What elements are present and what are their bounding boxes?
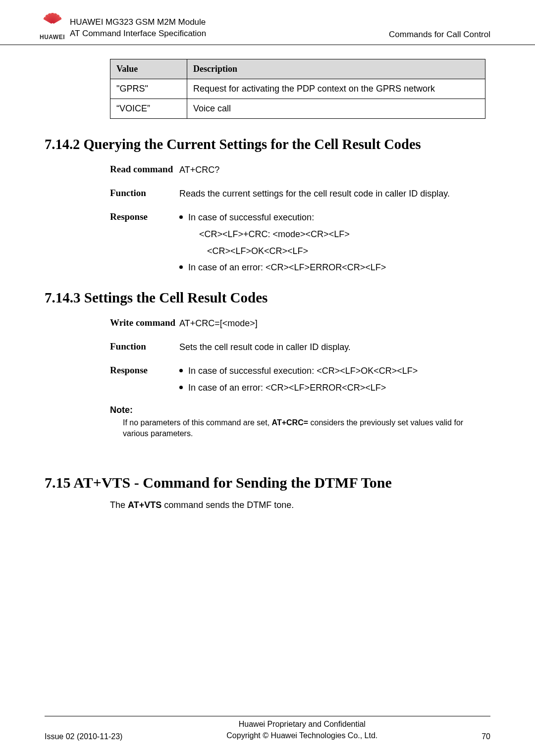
doc-title-line2: AT Command Interface Specification [70, 28, 206, 40]
def-row-response: Response In case of successful execution… [110, 211, 490, 275]
value-function: Sets the cell result code in caller ID d… [179, 341, 490, 354]
def-row-function: Function Reads the current settings for … [110, 187, 490, 201]
page-footer: Issue 02 (2010-11-23) Huawei Proprietary… [0, 719, 535, 741]
header-titles: HUAWEI MG323 GSM M2M Module AT Command I… [70, 17, 206, 40]
note-prefix: If no parameters of this command are set… [123, 418, 272, 427]
note-text: If no parameters of this command are set… [123, 417, 489, 440]
value-response: In case of successful execution: <CR><LF… [179, 364, 490, 395]
header-left: HUAWEI HUAWEI MG323 GSM M2M Module AT Co… [40, 13, 206, 41]
value-response: In case of successful execution: <CR><LF… [179, 211, 490, 275]
huawei-logo: HUAWEI [40, 13, 65, 41]
cell-value: "GPRS" [110, 79, 187, 99]
footer-left: Issue 02 (2010-11-23) [45, 732, 122, 741]
heading-7-14-2: 7.14.2 Querying the Current Settings for… [45, 137, 490, 152]
huawei-logo-icon [42, 13, 63, 33]
col-header-value: Value [110, 59, 187, 79]
body-bold: AT+VTS [128, 500, 161, 510]
label-response: Response [110, 364, 179, 377]
col-header-description: Description [187, 59, 485, 79]
heading-7-15: 7.15 AT+VTS - Command for Sending the DT… [45, 474, 490, 491]
response-line: <CR><LF>OK<CR><LF> [179, 245, 490, 258]
label-read-command: Read command [110, 163, 179, 176]
label-response: Response [110, 211, 179, 223]
response-bullet: In case of successful execution: [179, 211, 490, 225]
cell-description: Voice call [187, 99, 485, 119]
value-write-command: AT+CRC=[<mode>] [179, 317, 490, 331]
note-bold: AT+CRC= [272, 418, 309, 427]
cell-description: Request for activating the PDP context o… [187, 79, 485, 99]
footer-rule [45, 716, 490, 716]
value-function: Reads the current settings for the cell … [179, 187, 490, 201]
body-suffix: command sends the DTMF tone. [161, 500, 294, 510]
section-context: Commands for Call Control [389, 30, 490, 40]
page-content: Value Description "GPRS" Request for act… [0, 54, 535, 510]
logo-label: HUAWEI [40, 34, 65, 41]
page-header: HUAWEI HUAWEI MG323 GSM M2M Module AT Co… [0, 0, 535, 45]
doc-title-line1: HUAWEI MG323 GSM M2M Module [70, 17, 206, 28]
footer-page-number: 70 [482, 732, 490, 741]
response-bullet: In case of an error: <CR><LF>ERROR<CR><L… [179, 261, 490, 275]
body-prefix: The [110, 500, 128, 510]
section-7-15-body: The AT+VTS command sends the DTMF tone. [110, 500, 490, 510]
footer-center-line2: Copyright © Huawei Technologies Co., Ltd… [122, 730, 482, 741]
note-label: Note: [110, 405, 490, 415]
response-bullet: In case of an error: <CR><LF>ERROR<CR><L… [179, 381, 490, 395]
label-function: Function [110, 341, 179, 353]
note-block: Note: If no parameters of this command a… [110, 405, 490, 440]
def-row-response: Response In case of successful execution… [110, 364, 490, 395]
footer-center-line1: Huawei Proprietary and Confidential [122, 719, 482, 730]
footer-center: Huawei Proprietary and Confidential Copy… [122, 719, 482, 741]
label-function: Function [110, 187, 179, 200]
table-header-row: Value Description [110, 59, 485, 79]
def-row-function: Function Sets the cell result code in ca… [110, 341, 490, 354]
def-row-write: Write command AT+CRC=[<mode>] [110, 317, 490, 331]
response-bullet: In case of successful execution: <CR><LF… [179, 364, 490, 378]
heading-7-14-3: 7.14.3 Settings the Cell Result Codes [45, 290, 490, 306]
table-row: "GPRS" Request for activating the PDP co… [110, 79, 485, 99]
value-description-table: Value Description "GPRS" Request for act… [110, 59, 485, 119]
cell-value: “VOICE” [110, 99, 187, 119]
value-read-command: AT+CRC? [179, 163, 490, 177]
label-write-command: Write command [110, 317, 179, 329]
response-line: <CR><LF>+CRC: <mode><CR><LF> [179, 228, 490, 242]
table-row: “VOICE” Voice call [110, 99, 485, 119]
def-row-read: Read command AT+CRC? [110, 163, 490, 177]
